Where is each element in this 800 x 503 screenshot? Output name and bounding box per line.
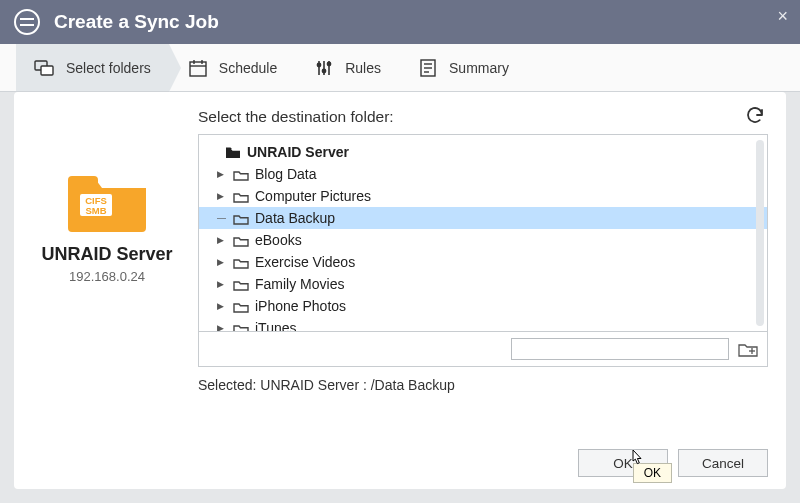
tree-node-label: Computer Pictures bbox=[255, 188, 371, 204]
step-select-folders[interactable]: Select folders bbox=[16, 44, 169, 91]
path-input[interactable] bbox=[511, 338, 729, 360]
refresh-icon[interactable] bbox=[744, 104, 766, 132]
folder-icon bbox=[233, 212, 249, 225]
cifs-folder-icon: CIFS SMB bbox=[32, 164, 182, 238]
wizard-stepper: Select folders Schedule Rules Summary bbox=[0, 44, 800, 92]
cancel-button[interactable]: Cancel bbox=[678, 449, 768, 477]
tree-node-label: UNRAID Server bbox=[247, 144, 349, 160]
tree-node-label: eBooks bbox=[255, 232, 302, 248]
expand-icon[interactable]: ▶ bbox=[217, 235, 227, 245]
tree-node[interactable]: ▶Exercise Videos bbox=[199, 251, 767, 273]
tree-node[interactable]: ▶Family Movies bbox=[199, 273, 767, 295]
tooltip: OK bbox=[633, 463, 672, 483]
folder-tree[interactable]: UNRAID Server ▶Blog Data▶Computer Pictur… bbox=[198, 134, 768, 332]
summary-icon bbox=[417, 57, 439, 79]
folder-icon bbox=[233, 278, 249, 291]
dialog-header: Create a Sync Job × bbox=[0, 0, 800, 44]
svg-point-10 bbox=[323, 69, 326, 72]
selected-path: Selected: UNRAID Server : /Data Backup bbox=[198, 377, 768, 393]
sync-icon bbox=[14, 9, 40, 35]
close-icon[interactable]: × bbox=[777, 6, 788, 27]
expand-icon[interactable]: ▶ bbox=[217, 279, 227, 289]
step-label: Rules bbox=[345, 60, 381, 76]
folder-icon bbox=[233, 190, 249, 203]
server-info: CIFS SMB UNRAID Server 192.168.0.24 bbox=[32, 108, 182, 475]
selected-value: UNRAID Server : /Data Backup bbox=[260, 377, 455, 393]
folders-icon bbox=[34, 57, 56, 79]
path-row bbox=[198, 332, 768, 367]
expand-icon[interactable]: ▶ bbox=[217, 301, 227, 311]
expand-icon[interactable]: ▶ bbox=[217, 169, 227, 179]
folder-icon bbox=[233, 234, 249, 247]
sliders-icon bbox=[313, 57, 335, 79]
tree-node-label: Blog Data bbox=[255, 166, 316, 182]
step-label: Select folders bbox=[66, 60, 151, 76]
tree-node-label: Data Backup bbox=[255, 210, 335, 226]
svg-rect-2 bbox=[190, 62, 206, 76]
expand-icon[interactable]: ▶ bbox=[217, 191, 227, 201]
server-name: UNRAID Server bbox=[32, 244, 182, 265]
selected-label: Selected: bbox=[198, 377, 256, 393]
step-schedule[interactable]: Schedule bbox=[169, 44, 295, 91]
svg-text:SMB: SMB bbox=[85, 205, 106, 216]
calendar-icon bbox=[187, 57, 209, 79]
dialog-buttons: OK Cancel OK bbox=[578, 449, 768, 477]
expand-icon[interactable]: ▶ bbox=[217, 323, 227, 331]
step-rules[interactable]: Rules bbox=[295, 44, 399, 91]
tree-node[interactable]: ▶iPhone Photos bbox=[199, 295, 767, 317]
step-label: Schedule bbox=[219, 60, 277, 76]
svg-point-11 bbox=[328, 62, 331, 65]
tree-node-label: iPhone Photos bbox=[255, 298, 346, 314]
scrollbar[interactable] bbox=[756, 140, 764, 326]
tree-node[interactable]: ▶Computer Pictures bbox=[199, 185, 767, 207]
tree-node[interactable]: ▶eBooks bbox=[199, 229, 767, 251]
folder-icon bbox=[225, 146, 241, 159]
folder-icon bbox=[233, 300, 249, 313]
folder-icon bbox=[233, 322, 249, 332]
tree-node-label: Exercise Videos bbox=[255, 254, 355, 270]
folder-icon bbox=[233, 168, 249, 181]
prompt-label: Select the destination folder: bbox=[198, 108, 768, 126]
tree-node-label: iTunes bbox=[255, 320, 297, 331]
dialog-title: Create a Sync Job bbox=[54, 11, 219, 33]
expand-icon[interactable]: ▶ bbox=[217, 257, 227, 267]
svg-rect-1 bbox=[41, 66, 53, 75]
tree-node[interactable]: ▶Blog Data bbox=[199, 163, 767, 185]
content-panel: CIFS SMB UNRAID Server 192.168.0.24 Sele… bbox=[14, 92, 786, 489]
svg-point-9 bbox=[318, 63, 321, 66]
tree-node[interactable]: —Data Backup bbox=[199, 207, 767, 229]
folder-icon bbox=[233, 256, 249, 269]
new-folder-icon[interactable] bbox=[737, 339, 759, 359]
tree-node[interactable]: ▶iTunes bbox=[199, 317, 767, 331]
server-ip: 192.168.0.24 bbox=[32, 269, 182, 284]
tree-node-label: Family Movies bbox=[255, 276, 344, 292]
step-label: Summary bbox=[449, 60, 509, 76]
step-summary[interactable]: Summary bbox=[399, 44, 527, 91]
tree-line: — bbox=[217, 213, 227, 223]
tree-root[interactable]: UNRAID Server bbox=[199, 141, 767, 163]
